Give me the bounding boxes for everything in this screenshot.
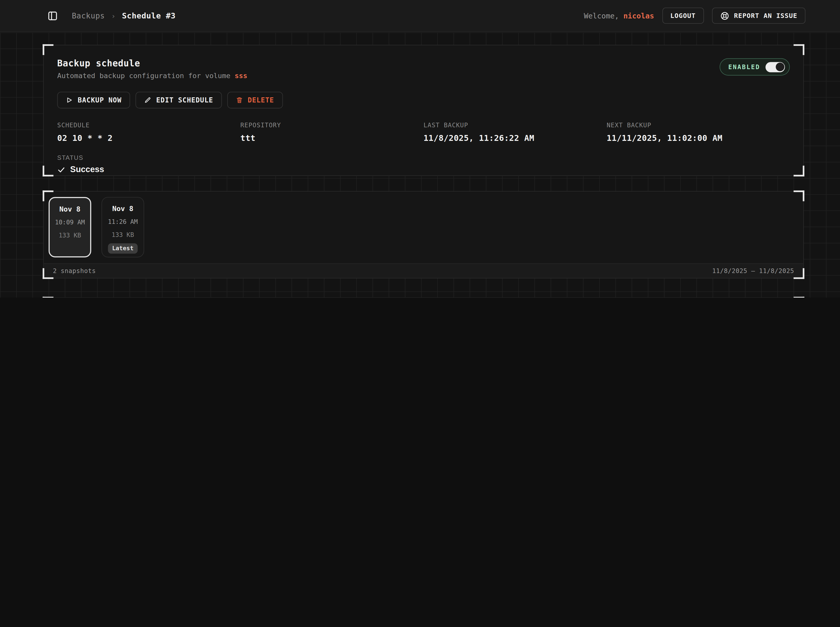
snapshots-strip-card: Nov 8 10:09 AM 133 KB Nov 8 11:26 AM 133… <box>43 191 804 279</box>
logout-label: LOGOUT <box>670 12 696 19</box>
corner-bracket-icon <box>43 297 53 298</box>
welcome-prefix: Welcome, <box>584 11 624 20</box>
volume-name: sss <box>235 72 247 80</box>
breadcrumb-root[interactable]: Backups <box>72 11 105 20</box>
toggle-knob <box>775 63 784 71</box>
delete-label: DELETE <box>248 96 274 104</box>
sidebar-panel-icon <box>47 11 58 21</box>
field-value: 11/8/2025, 11:26:22 AM <box>423 133 607 143</box>
welcome-text: Welcome, nicolas <box>584 11 654 20</box>
toggle-switch[interactable] <box>766 62 785 72</box>
snapshot-count: 2 snapshots <box>53 267 96 274</box>
app-window: Backups › Schedule #3 Welcome, nicolas L… <box>0 0 840 298</box>
corner-bracket-icon <box>794 297 804 298</box>
report-issue-label: REPORT AN ISSUE <box>734 12 797 19</box>
pencil-icon <box>144 96 151 104</box>
lifebuoy-icon <box>720 11 729 20</box>
subtitle-prefix: Automated backup configuration for volum… <box>57 72 235 80</box>
status-value: Success <box>70 165 104 175</box>
play-icon <box>66 96 73 104</box>
field-last-backup: LAST BACKUP 11/8/2025, 11:26:22 AM <box>423 121 607 143</box>
corner-bracket-icon <box>794 268 804 279</box>
file-browser-card: File Browser Viewing snapshot from 11/8/… <box>43 297 804 298</box>
field-next-backup: NEXT BACKUP 11/11/2025, 11:02:00 AM <box>606 121 790 143</box>
corner-bracket-icon <box>43 268 53 279</box>
backup-now-button[interactable]: BACKUP NOW <box>57 92 130 108</box>
check-icon <box>57 165 65 174</box>
snapshot-date-range: 11/8/2025 – 11/8/2025 <box>712 267 794 274</box>
page-background-grid: Backup schedule Automated backup configu… <box>0 32 840 298</box>
enabled-label: ENABLED <box>728 63 760 71</box>
schedule-card-title: Backup schedule <box>57 58 247 69</box>
snapshot-size: 133 KB <box>102 231 144 238</box>
status-label: STATUS <box>57 154 790 161</box>
field-value: 11/11/2025, 11:02:00 AM <box>606 133 790 143</box>
username: nicolas <box>624 11 654 20</box>
snapshot-time: 10:09 AM <box>50 219 90 226</box>
breadcrumb-current: Schedule #3 <box>122 11 175 20</box>
field-value: ttt <box>240 133 423 143</box>
corner-bracket-icon <box>794 166 804 176</box>
snapshot-card-latest[interactable]: Nov 8 11:26 AM 133 KB Latest <box>101 197 144 257</box>
snapshot-list: Nov 8 10:09 AM 133 KB Nov 8 11:26 AM 133… <box>44 192 804 257</box>
field-label: REPOSITORY <box>240 121 423 129</box>
corner-bracket-icon <box>794 44 804 55</box>
breadcrumb-separator-icon: › <box>111 11 115 20</box>
top-bar: Backups › Schedule #3 Welcome, nicolas L… <box>0 0 840 32</box>
snapshot-date: Nov 8 <box>102 205 144 213</box>
snapshot-date: Nov 8 <box>50 205 90 213</box>
field-schedule: SCHEDULE 02 10 * * 2 <box>57 121 240 143</box>
enabled-toggle[interactable]: ENABLED <box>720 58 790 76</box>
schedule-card-subtitle: Automated backup configuration for volum… <box>57 72 247 80</box>
latest-badge: Latest <box>108 243 138 254</box>
field-label: NEXT BACKUP <box>606 121 790 129</box>
backup-schedule-card: Backup schedule Automated backup configu… <box>43 45 804 176</box>
report-issue-button[interactable]: REPORT AN ISSUE <box>712 8 805 24</box>
logout-button[interactable]: LOGOUT <box>662 8 704 24</box>
sidebar-toggle-button[interactable] <box>47 11 58 21</box>
snapshot-time: 11:26 AM <box>102 218 144 225</box>
field-label: SCHEDULE <box>57 121 240 129</box>
edit-schedule-button[interactable]: EDIT SCHEDULE <box>136 92 222 108</box>
snapshots-footer: 2 snapshots 11/8/2025 – 11/8/2025 <box>44 263 804 278</box>
corner-bracket-icon <box>794 191 804 201</box>
corner-bracket-icon <box>43 191 53 201</box>
schedule-card-heading: Backup schedule Automated backup configu… <box>57 58 247 80</box>
trash-icon <box>236 96 243 104</box>
field-value: 02 10 * * 2 <box>57 133 240 143</box>
top-bar-right: Welcome, nicolas LOGOUT REPORT AN ISSUE <box>584 8 806 24</box>
field-repository: REPOSITORY ttt <box>240 121 423 143</box>
corner-bracket-icon <box>43 166 53 176</box>
snapshot-card-selected[interactable]: Nov 8 10:09 AM 133 KB <box>49 197 91 257</box>
edit-schedule-label: EDIT SCHEDULE <box>156 96 213 104</box>
schedule-fields: SCHEDULE 02 10 * * 2 REPOSITORY ttt LAST… <box>57 121 790 143</box>
field-label: LAST BACKUP <box>423 121 607 129</box>
status-block: STATUS Success <box>57 154 790 175</box>
delete-button[interactable]: DELETE <box>227 92 283 108</box>
backup-now-label: BACKUP NOW <box>77 96 122 104</box>
snapshot-size: 133 KB <box>50 232 90 239</box>
corner-bracket-icon <box>43 44 53 55</box>
